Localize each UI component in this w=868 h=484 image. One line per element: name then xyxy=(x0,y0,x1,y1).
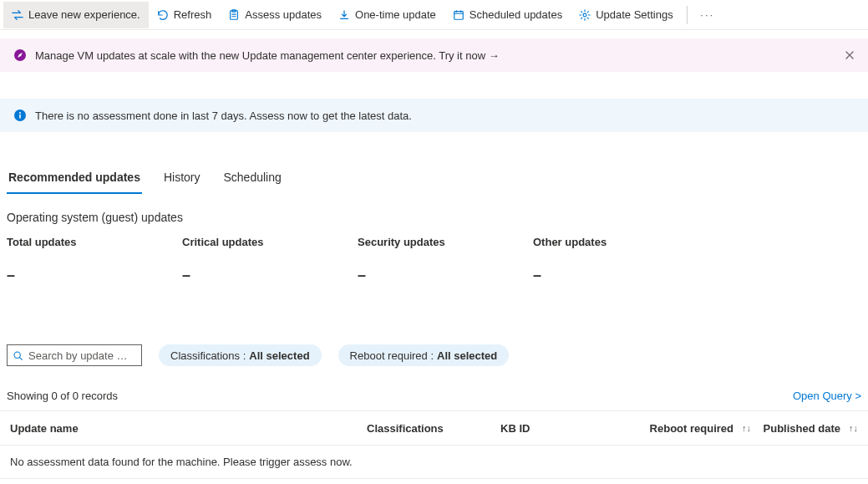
table-empty-message: No assessment data found for the machine… xyxy=(0,446,868,479)
gear-icon xyxy=(579,9,591,21)
scheduled-updates-button[interactable]: Scheduled updates xyxy=(444,2,571,28)
search-box[interactable] xyxy=(7,344,142,366)
svg-rect-2 xyxy=(454,11,464,19)
table-header: Update name Classifications KB ID Reboot… xyxy=(0,410,868,446)
stat-total-label: Total updates xyxy=(7,236,182,248)
promo-banner: Manage VM updates at scale with the new … xyxy=(0,38,868,72)
command-bar: Leave new experience. Refresh Assess upd… xyxy=(0,0,868,30)
promo-prefix: Manage VM updates at scale with the new … xyxy=(35,49,439,62)
update-settings-label: Update Settings xyxy=(596,8,673,21)
section-title: Operating system (guest) updates xyxy=(7,211,861,224)
info-banner: There is no assessment done in last 7 da… xyxy=(0,99,868,132)
info-icon xyxy=(13,109,27,122)
search-icon xyxy=(13,350,23,361)
records-count: Showing 0 of 0 records xyxy=(7,390,118,402)
tab-recommended[interactable]: Recommended updates xyxy=(7,166,142,194)
reboot-filter[interactable]: Reboot required : All selected xyxy=(338,344,510,366)
leave-experience-button[interactable]: Leave new experience. xyxy=(3,2,149,28)
tab-history[interactable]: History xyxy=(162,166,202,194)
ellipsis-icon: ··· xyxy=(700,8,714,21)
column-published-date[interactable]: Published date ↑↓ xyxy=(751,422,858,435)
column-kb-id[interactable]: KB ID xyxy=(500,422,626,435)
refresh-label: Refresh xyxy=(174,8,212,21)
svg-point-6 xyxy=(19,112,21,114)
swap-icon xyxy=(12,9,23,21)
stat-total: Total updates – xyxy=(7,236,182,284)
clipboard-icon xyxy=(228,9,240,21)
stat-critical-label: Critical updates xyxy=(182,236,358,248)
classifications-filter-label: Classifications : xyxy=(170,349,246,362)
search-input[interactable] xyxy=(28,349,136,362)
stat-other: Other updates – xyxy=(533,236,708,284)
stat-other-value: – xyxy=(533,267,708,284)
onetime-update-label: One-time update xyxy=(355,8,436,21)
reboot-filter-value: All selected xyxy=(437,349,497,362)
sort-icon: ↑↓ xyxy=(742,423,751,433)
download-icon xyxy=(338,9,350,21)
sort-icon: ↑↓ xyxy=(849,423,858,433)
stat-security-label: Security updates xyxy=(358,236,533,248)
stats-row: Total updates – Critical updates – Secur… xyxy=(0,236,868,284)
leave-experience-label: Leave new experience. xyxy=(28,8,140,21)
tab-scheduling[interactable]: Scheduling xyxy=(222,166,283,194)
updates-table: Update name Classifications KB ID Reboot… xyxy=(0,410,868,479)
more-button[interactable]: ··· xyxy=(693,2,723,28)
promo-text: Manage VM updates at scale with the new … xyxy=(35,49,500,62)
column-reboot-required[interactable]: Reboot required ↑↓ xyxy=(626,422,751,435)
stat-other-label: Other updates xyxy=(533,236,708,248)
column-date-label: Published date xyxy=(764,422,840,435)
stat-security-value: – xyxy=(358,267,533,284)
records-row: Showing 0 of 0 records Open Query > xyxy=(0,390,868,402)
compass-icon xyxy=(13,48,27,62)
column-update-name[interactable]: Update name xyxy=(10,422,367,435)
filter-row: Classifications : All selected Reboot re… xyxy=(0,344,868,366)
onetime-update-button[interactable]: One-time update xyxy=(330,2,444,28)
close-icon xyxy=(845,50,855,60)
stat-security: Security updates – xyxy=(358,236,533,284)
classifications-filter[interactable]: Classifications : All selected xyxy=(159,344,322,366)
svg-rect-7 xyxy=(19,115,21,119)
refresh-icon xyxy=(157,9,169,21)
calendar-icon xyxy=(453,9,464,21)
open-query-link[interactable]: Open Query > xyxy=(793,390,861,402)
assess-updates-label: Assess updates xyxy=(245,8,322,21)
tab-bar: Recommended updates History Scheduling xyxy=(0,166,868,194)
column-classifications[interactable]: Classifications xyxy=(367,422,500,435)
column-reboot-label: Reboot required xyxy=(650,422,733,435)
reboot-filter-label: Reboot required : xyxy=(350,349,434,362)
refresh-button[interactable]: Refresh xyxy=(149,2,221,28)
stat-critical: Critical updates – xyxy=(182,236,358,284)
try-it-now-link[interactable]: Try it now → xyxy=(439,49,499,62)
scheduled-updates-label: Scheduled updates xyxy=(470,8,562,21)
stat-total-value: – xyxy=(7,267,182,284)
assess-updates-button[interactable]: Assess updates xyxy=(220,2,330,28)
toolbar-separator xyxy=(687,6,688,24)
info-text: There is no assessment done in last 7 da… xyxy=(35,110,412,122)
classifications-filter-value: All selected xyxy=(249,349,309,362)
svg-point-3 xyxy=(583,13,586,17)
stat-critical-value: – xyxy=(182,267,358,284)
close-banner-button[interactable] xyxy=(841,47,858,64)
update-settings-button[interactable]: Update Settings xyxy=(571,2,682,28)
